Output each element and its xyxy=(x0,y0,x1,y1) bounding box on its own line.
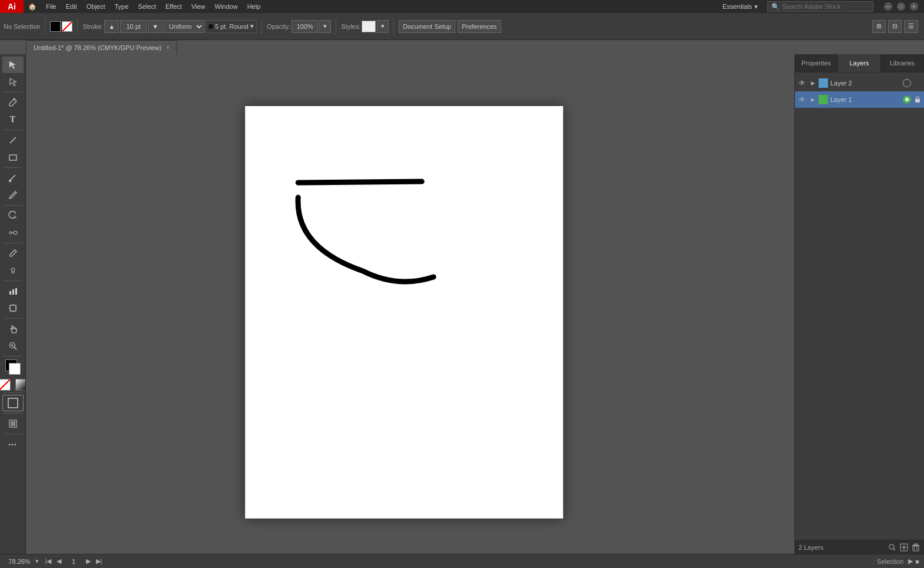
next-page-button[interactable]: ▶ xyxy=(84,557,93,566)
artboard xyxy=(245,106,563,519)
document-setup-button[interactable]: Document Setup xyxy=(399,20,455,33)
menu-select[interactable]: Select xyxy=(133,0,161,13)
home-button[interactable]: 🏠 xyxy=(24,0,41,13)
hand-tool-button[interactable] xyxy=(2,321,24,337)
layer-2-target[interactable] xyxy=(903,79,911,87)
zoom-tool-button[interactable] xyxy=(2,338,24,354)
menu-help[interactable]: Help xyxy=(243,0,266,13)
stroke-weight-up[interactable]: ▲ xyxy=(104,20,119,33)
menu-view[interactable]: View xyxy=(187,0,210,13)
panel-toggle-icon[interactable]: ☰ xyxy=(904,20,918,33)
background-color[interactable] xyxy=(9,363,21,375)
more-tools-button[interactable]: ••• xyxy=(2,436,24,453)
layer-2-expand-icon[interactable]: ▶ xyxy=(809,80,816,87)
opacity-chevron[interactable]: ▾ xyxy=(319,20,331,33)
close-button[interactable]: × xyxy=(910,2,918,11)
menu-window[interactable]: Window xyxy=(210,0,243,13)
document-tab[interactable]: Untitled-1* @ 78.26% (CMYK/GPU Preview) … xyxy=(26,40,177,54)
zoom-chevron-icon[interactable]: ▾ xyxy=(35,557,39,565)
pen-tool-button[interactable] xyxy=(2,94,24,111)
rect-tool-button[interactable] xyxy=(2,149,24,166)
preferences-button[interactable]: Preferences xyxy=(458,20,501,33)
text-tool-button[interactable]: T xyxy=(2,111,24,128)
symbol-tool-button[interactable] xyxy=(2,262,24,279)
opacity-input[interactable] xyxy=(292,20,318,33)
stroke-cap-group[interactable]: 5 pt. Round ▾ xyxy=(206,20,257,33)
layer-1-lock-icon[interactable] xyxy=(913,95,922,104)
stroke-type-select[interactable]: Uniform xyxy=(164,20,204,33)
fill-stroke-group xyxy=(50,21,72,32)
stroke-swatch[interactable] xyxy=(62,21,72,32)
tool-sep11 xyxy=(4,434,22,434)
prev-page-button[interactable]: ◀ xyxy=(54,557,64,566)
arrange-icon[interactable]: ⊞ xyxy=(872,20,886,33)
first-page-button[interactable]: |◀ xyxy=(44,557,53,566)
menu-file[interactable]: File xyxy=(41,0,61,13)
layer-2-lock-icon[interactable] xyxy=(913,79,922,87)
selection-tool-button[interactable] xyxy=(2,57,24,73)
last-page-button[interactable]: ▶| xyxy=(94,557,104,566)
zoom-control: ▾ xyxy=(5,557,39,565)
artboard-tool-button[interactable] xyxy=(2,300,24,316)
tool-sep2 xyxy=(4,130,22,130)
stroke-cap-chevron-icon: ▾ xyxy=(250,22,254,30)
layer-item-1[interactable]: 👁 ▶ Layer 1 xyxy=(795,91,924,108)
essentials-button[interactable]: Essentials ▾ xyxy=(718,0,763,13)
rotate-tool-button[interactable] xyxy=(2,207,24,224)
blend-tool-button[interactable] xyxy=(2,224,24,241)
delete-layer-icon[interactable] xyxy=(911,543,920,552)
style-preview[interactable] xyxy=(362,21,376,32)
layer-1-target[interactable] xyxy=(903,95,911,104)
panel-bottom: 2 Layers xyxy=(795,540,924,554)
svg-line-26 xyxy=(893,549,895,550)
paintbrush-tool-button[interactable] xyxy=(2,170,24,186)
layer-1-expand-icon[interactable]: ▶ xyxy=(809,96,816,103)
sep2 xyxy=(77,18,78,35)
layer-2-name: Layer 2 xyxy=(830,80,900,87)
selection-label: No Selection xyxy=(4,23,40,30)
search-stock-container[interactable]: 🔍 xyxy=(767,1,873,12)
styles-chevron[interactable]: ▾ xyxy=(377,20,389,33)
direct-selection-tool-button[interactable] xyxy=(2,74,24,90)
fill-swatch[interactable] xyxy=(50,21,61,32)
styles-group: Styles: ▾ xyxy=(341,20,389,33)
svg-rect-10 xyxy=(15,288,17,295)
add-layer-icon[interactable] xyxy=(899,543,909,552)
essentials-label: Essentials xyxy=(723,3,752,10)
layer-count-label: 2 Layers xyxy=(799,544,885,551)
layer-item-2[interactable]: 👁 ▶ Layer 2 xyxy=(795,75,924,91)
page-input[interactable] xyxy=(65,558,82,565)
tab-close-button[interactable]: × xyxy=(166,44,170,51)
properties-tab[interactable]: Properties xyxy=(795,54,838,72)
pencil-tool-button[interactable] xyxy=(2,187,24,203)
layers-tab[interactable]: Layers xyxy=(838,54,881,72)
layer-2-visibility-icon[interactable]: 👁 xyxy=(797,78,807,88)
graph-tool-button[interactable] xyxy=(2,283,24,299)
menu-edit[interactable]: Edit xyxy=(61,0,82,13)
svg-line-23 xyxy=(298,181,422,183)
menu-object[interactable]: Object xyxy=(82,0,110,13)
menu-effect[interactable]: Effect xyxy=(161,0,187,13)
libraries-tab[interactable]: Libraries xyxy=(881,54,924,72)
columns-icon[interactable]: ⊟ xyxy=(888,20,902,33)
line-tool-button[interactable] xyxy=(2,132,24,148)
stroke-weight-input[interactable] xyxy=(120,20,147,33)
layer-1-visibility-icon[interactable]: 👁 xyxy=(797,95,807,104)
draw-mode-button[interactable] xyxy=(2,395,24,411)
minimize-button[interactable]: — xyxy=(884,2,892,11)
essentials-chevron-icon: ▾ xyxy=(754,3,758,11)
search-stock-input[interactable] xyxy=(782,3,869,10)
tool-sep3 xyxy=(4,167,22,168)
tool-mode-label: Selection xyxy=(877,558,903,565)
zoom-input[interactable] xyxy=(5,558,34,565)
screen-mode-button[interactable] xyxy=(2,415,24,432)
color-gradient-button[interactable] xyxy=(15,379,27,391)
eyedropper-tool-button[interactable] xyxy=(2,245,24,262)
maximize-button[interactable]: □ xyxy=(897,2,905,11)
menu-type[interactable]: Type xyxy=(110,0,134,13)
color-none-button[interactable] xyxy=(0,379,11,391)
play-icon[interactable]: ▶ xyxy=(908,557,913,565)
find-layer-icon[interactable] xyxy=(887,543,897,552)
stroke-weight-down[interactable]: ▼ xyxy=(148,20,163,33)
stop-icon[interactable]: ■ xyxy=(915,558,919,565)
